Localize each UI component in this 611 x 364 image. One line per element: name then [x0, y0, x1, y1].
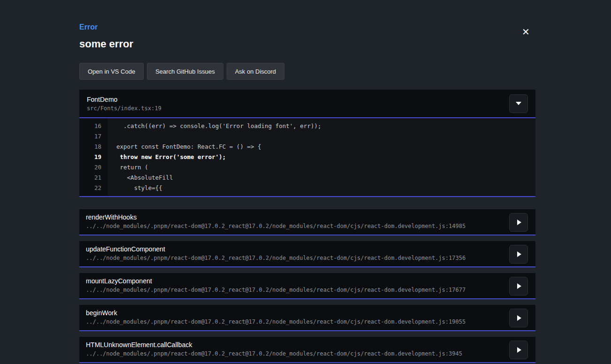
play-icon: [517, 251, 521, 257]
stack-frame-name: HTMLUnknownElement.callCallback: [86, 341, 502, 349]
stack-frame-row: renderWithHooks../../node_modules/.pnpm/…: [79, 209, 535, 235]
chevron-down-icon: [516, 102, 521, 105]
error-content: Error some error Open in VS CodeSearch G…: [79, 0, 535, 364]
play-icon: [517, 315, 521, 321]
close-icon[interactable]: ✕: [522, 27, 530, 37]
play-icon: [517, 283, 521, 289]
error-type-label: Error: [79, 23, 535, 31]
code-line: export const FontDemo: React.FC = () => …: [116, 142, 535, 152]
expand-frame-button[interactable]: [509, 245, 528, 264]
expand-frame-button[interactable]: [509, 309, 528, 327]
stack-frame-location: ../../node_modules/.pnpm/react-dom@17.0.…: [86, 223, 502, 229]
open-in-vs-code-button[interactable]: Open in VS Code: [79, 63, 144, 80]
code-line-highlighted: throw new Error('some error');: [116, 152, 535, 162]
code-line-number: 21: [79, 173, 101, 183]
action-buttons: Open in VS CodeSearch GitHub IssuesAsk o…: [79, 63, 535, 80]
source-frame-header: FontDemo src/Fonts/index.tsx:19: [79, 90, 535, 118]
stack-frame-location: ../../node_modules/.pnpm/react-dom@17.0.…: [86, 255, 502, 261]
stack-frame-row: updateFunctionComponent../../node_module…: [79, 241, 535, 267]
code-line: return (: [116, 162, 535, 173]
source-frame-titles: FontDemo src/Fonts/index.tsx:19: [87, 96, 161, 112]
stack-frame-location: ../../node_modules/.pnpm/react-dom@17.0.…: [86, 287, 502, 293]
code-line-numbers: 16171819202122: [79, 118, 108, 196]
code-line: style={{: [116, 183, 535, 193]
code-preview: 16171819202122 .catch((err) => console.l…: [79, 118, 535, 196]
code-line-number: 16: [79, 121, 101, 131]
play-icon: [517, 347, 521, 353]
frame-name: FontDemo: [87, 96, 161, 103]
expand-frame-button[interactable]: [509, 341, 528, 359]
error-overlay: ✕ Error some error Open in VS CodeSearch…: [0, 0, 611, 364]
stack-frame-name: mountLazyComponent: [86, 277, 502, 285]
code-line-number: 18: [79, 142, 101, 152]
stack-frame-list: renderWithHooks../../node_modules/.pnpm/…: [79, 209, 535, 364]
code-line-number: 17: [79, 131, 101, 142]
code-line: [116, 131, 535, 142]
code-line-number: 20: [79, 162, 101, 173]
stack-frame-location: ../../node_modules/.pnpm/react-dom@17.0.…: [86, 318, 502, 325]
stack-frame-name: updateFunctionComponent: [86, 245, 502, 253]
stack-frame-row: beginWork../../node_modules/.pnpm/react-…: [79, 305, 535, 331]
play-icon: [517, 220, 521, 225]
stack-frame-name: renderWithHooks: [86, 213, 502, 221]
code-lines: .catch((err) => console.log('Error loadi…: [108, 118, 535, 196]
stack-frame-row: HTMLUnknownElement.callCallback../../nod…: [79, 337, 535, 363]
ask-on-discord-button[interactable]: Ask on Discord: [227, 63, 284, 80]
search-github-issues-button[interactable]: Search GitHub Issues: [147, 63, 223, 80]
stack-frame-location: ../../node_modules/.pnpm/react-dom@17.0.…: [86, 350, 502, 357]
code-line-number: 22: [79, 183, 101, 193]
code-line: .catch((err) => console.log('Error loadi…: [116, 121, 535, 131]
stack-frame-name: beginWork: [86, 309, 502, 317]
stack-frame-row: mountLazyComponent../../node_modules/.pn…: [79, 273, 535, 299]
error-message: some error: [79, 38, 535, 50]
collapse-code-button[interactable]: [509, 94, 528, 113]
source-frame-card: FontDemo src/Fonts/index.tsx:19 16171819…: [79, 90, 535, 197]
code-line: <AbsoluteFill: [116, 173, 535, 183]
expand-frame-button[interactable]: [509, 213, 528, 232]
frame-location: src/Fonts/index.tsx:19: [87, 105, 161, 112]
code-line-number: 19: [79, 152, 101, 162]
expand-frame-button[interactable]: [509, 277, 528, 296]
